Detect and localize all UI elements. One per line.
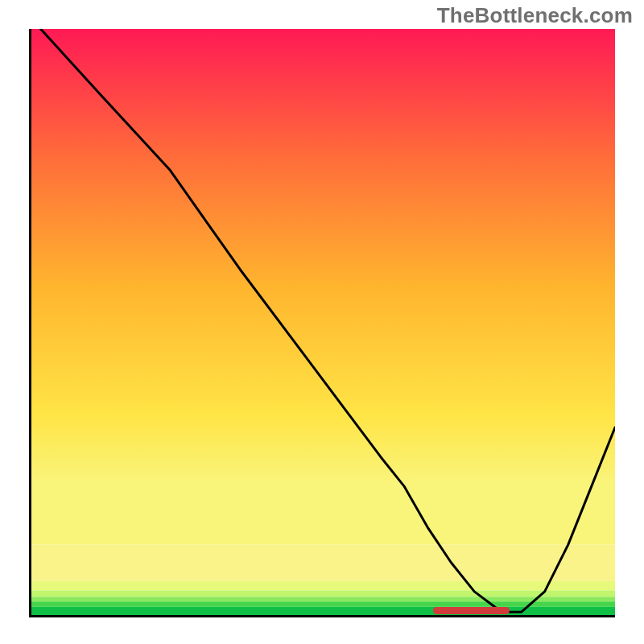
color-bands: [29, 545, 615, 615]
watermark-text: TheBottleneck.com: [437, 3, 633, 28]
y-axis: [29, 29, 31, 615]
gradient-background: [29, 29, 615, 545]
optimal-range-marker: [433, 607, 510, 614]
chart-svg: [29, 29, 615, 615]
chart-container: TheBottleneck.com: [0, 0, 644, 644]
band-green-light: [29, 597, 615, 601]
x-axis: [29, 615, 615, 617]
plot-area: [29, 29, 615, 615]
band-pale-yellow: [29, 581, 615, 591]
band-cream: [29, 545, 615, 581]
band-lime: [29, 590, 615, 597]
